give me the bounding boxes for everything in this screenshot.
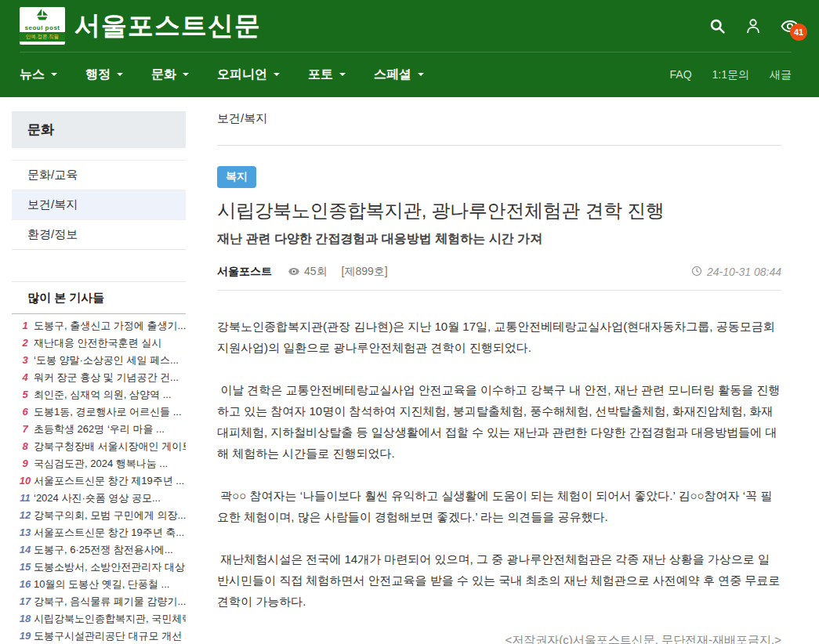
article-subtitle: 재난 관련 다양한 간접경험과 대응방법 체험하는 시간 가져 xyxy=(217,231,781,248)
rank-number: 17 xyxy=(16,595,34,607)
sidebar-item-health-welfare[interactable]: 보건/복지 xyxy=(12,190,186,219)
rank-number: 1 xyxy=(16,320,34,331)
sidebar-item-culture-education[interactable]: 문화/교육 xyxy=(12,160,186,190)
rank-number: 16 xyxy=(16,578,34,590)
nav-item-photo[interactable]: 포토 xyxy=(308,67,346,83)
popular-article-item[interactable]: 18시립강북노인종합복지관, 국민체력... xyxy=(16,612,186,629)
site-header: seoul post 인예.정론.직필 서울포스트신문 41 xyxy=(0,0,819,52)
rank-number: 2 xyxy=(16,337,34,349)
author-name: 서울포스트 xyxy=(217,265,272,279)
category-badge[interactable]: 복지 xyxy=(217,166,256,188)
rank-number: 19 xyxy=(16,630,34,642)
rank-number: 15 xyxy=(16,561,34,573)
nav-item-news[interactable]: 뉴스 xyxy=(20,67,57,83)
new-posts-icon[interactable]: 41 xyxy=(781,20,799,33)
article-paragraph: 강북노인종합복지관(관장 김나현)은 지난 10월 17일, 교통안전베테랑교실… xyxy=(217,316,781,358)
site-title: 서울포스트신문 xyxy=(74,9,261,44)
nav-item-special[interactable]: 스페셜 xyxy=(374,67,424,83)
article-title: 시립강북노인종합복지관, 광나루안전체험관 견학 진행 xyxy=(217,198,781,223)
copyright-notice: <저작권자(c)서울포스트신문. 무단전재-재배포금지.> xyxy=(217,633,781,644)
popular-article-item[interactable]: 1도봉구, 출생신고 가정에 출생기... xyxy=(16,319,186,336)
popular-article-item[interactable]: 10서울포스트신문 창간 제19주년 ... xyxy=(16,474,186,491)
issue-number: [제899호] xyxy=(342,265,388,279)
logo-motto: 인예.정론.직필 xyxy=(20,32,65,42)
popular-article-item[interactable]: 2재난대응 안전한국훈련 실시 xyxy=(16,336,186,353)
sidebar: 문화 문화/교육 보건/복지 환경/정보 많이 본 기사들 1도봉구, 출생신고… xyxy=(12,111,186,644)
popular-article-item[interactable]: 15도봉소방서, 소방안전관리자 대상... xyxy=(16,560,186,577)
user-icon[interactable] xyxy=(745,17,762,34)
popular-article-item[interactable]: 9국심검도관, 2024 행복나눔 ... xyxy=(16,457,186,474)
popular-article-item[interactable]: 5최인준, 심재억 의원, 삼양역 ... xyxy=(16,388,186,405)
rank-number: 3 xyxy=(16,354,34,366)
popular-articles-box: 많이 본 기사들 1도봉구, 출생신고 가정에 출생기... 2재난대응 안전한… xyxy=(12,281,186,644)
main-navbar: 뉴스 행정 문화 오피니언 포토 스페셜 FAQ 1:1문의 새글 xyxy=(0,52,819,97)
sidebar-item-environment-info[interactable]: 환경/정보 xyxy=(12,219,186,249)
popular-article-item[interactable]: 19도봉구시설관리공단 대규모 개선 ... xyxy=(16,629,186,644)
rank-number: 18 xyxy=(16,613,34,624)
nav-item-newposts[interactable]: 새글 xyxy=(770,68,792,82)
popular-article-item[interactable]: 14도봉구, 6·25전쟁 참전용사에... xyxy=(16,543,186,560)
rank-number: 11 xyxy=(16,492,34,504)
nav-item-opinion[interactable]: 오피니언 xyxy=(217,67,280,83)
search-icon[interactable] xyxy=(709,18,726,34)
popular-article-item[interactable]: 13서울포스트신문 창간 19주년 축... xyxy=(16,526,186,543)
rank-number: 14 xyxy=(16,544,34,555)
logo-text-en: seoul post xyxy=(24,24,60,31)
rank-number: 9 xyxy=(16,458,34,469)
popular-articles-title: 많이 본 기사들 xyxy=(12,282,186,314)
sailboat-icon xyxy=(34,7,51,24)
site-logo[interactable]: seoul post 인예.정론.직필 xyxy=(20,7,65,45)
views-eye-icon xyxy=(288,266,300,278)
sidebar-category-title: 문화 xyxy=(12,111,186,148)
popular-article-item[interactable]: 6도봉1동, 경로행사로 어르신들 ... xyxy=(16,405,186,422)
nav-item-faq[interactable]: FAQ xyxy=(670,68,692,82)
popular-article-item[interactable]: 3‘도봉 양말·소상공인 세일 페스... xyxy=(16,353,186,371)
view-count: 45회 xyxy=(304,265,328,279)
rank-number: 7 xyxy=(16,423,34,435)
article-paragraph: 곽○○ 참여자는 ‘나들이보다 훨씬 유익하고 실생활에 도움이 되는 체험이 … xyxy=(217,485,781,527)
publish-datetime: 24-10-31 08:44 xyxy=(707,266,781,278)
popular-article-item[interactable]: 4워커 장군 흉상 및 기념공간 건... xyxy=(16,371,186,388)
popular-article-item[interactable]: 12강북구의회, 모범 구민에게 의장... xyxy=(16,508,186,526)
popular-article-item[interactable]: 11‘2024 사진·숏폼 영상 공모... xyxy=(16,491,186,508)
breadcrumb[interactable]: 보건/복지 xyxy=(217,111,781,126)
rank-number: 10 xyxy=(16,475,34,487)
article-body: 강북노인종합복지관(관장 김나현)은 지난 10월 17일, 교통안전베테랑교실… xyxy=(217,316,781,612)
article-paragraph: 재난체험시설은 전국에 14개가 마련되어 있으며, 그 중 광나루안전체험관은… xyxy=(217,548,781,612)
nav-item-inquiry[interactable]: 1:1문의 xyxy=(712,68,749,82)
notification-badge[interactable]: 41 xyxy=(790,24,807,41)
rank-number: 4 xyxy=(16,371,34,383)
popular-article-item[interactable]: 8강북구청장배 서울시장애인 게이트... xyxy=(16,440,186,457)
article-paragraph: 이날 견학은 교통안전베테랑교실사업 안전교육을 이수하고 강북구 내 안전, … xyxy=(217,379,781,464)
rank-number: 6 xyxy=(16,406,34,418)
popular-article-item[interactable]: 7초등학생 262명 ‘우리 마을 ... xyxy=(16,422,186,440)
rank-number: 5 xyxy=(16,389,34,400)
nav-item-culture[interactable]: 문화 xyxy=(151,67,189,83)
article-meta: 서울포스트 45회 [제899호] xyxy=(217,265,781,291)
article: 복지 시립강북노인종합복지관, 광나루안전체험관 견학 진행 재난 관련 다양한… xyxy=(217,145,781,644)
rank-number: 13 xyxy=(16,526,34,538)
nav-item-admin[interactable]: 행정 xyxy=(85,67,123,83)
rank-number: 12 xyxy=(16,509,34,521)
clock-icon xyxy=(691,266,702,279)
rank-number: 8 xyxy=(16,440,34,452)
popular-article-item[interactable]: 17강북구, 음식물류 폐기물 감량기... xyxy=(16,595,186,612)
popular-article-item[interactable]: 1610월의 도봉산 옛길, 단풍철 ... xyxy=(16,577,186,595)
